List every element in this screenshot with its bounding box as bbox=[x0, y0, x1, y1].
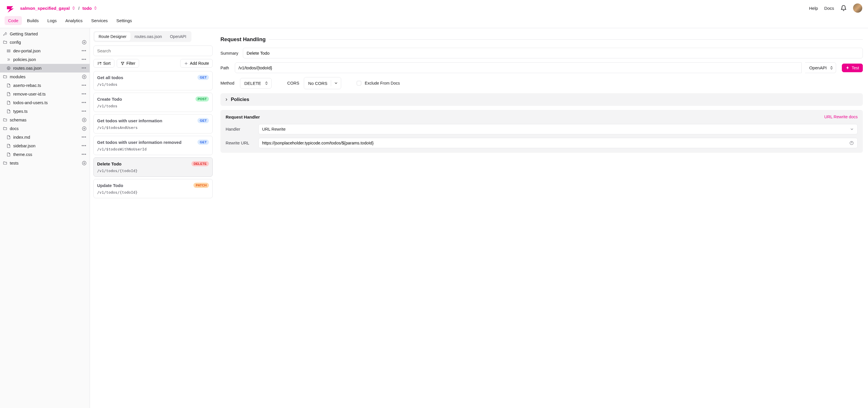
tab-analytics[interactable]: Analytics bbox=[62, 16, 86, 25]
more-icon[interactable]: ••• bbox=[82, 91, 87, 97]
more-icon[interactable]: ••• bbox=[82, 135, 87, 140]
sidebar-item-label: dev-portal.json bbox=[13, 49, 79, 53]
route-path: /v1/todos bbox=[97, 82, 209, 87]
handler-value: URL Rewrite bbox=[262, 127, 850, 132]
sidebar-item[interactable]: schemas bbox=[0, 116, 90, 124]
sidebar-item[interactable]: config bbox=[0, 38, 90, 47]
topbar-right: Help Docs bbox=[809, 3, 862, 13]
breadcrumb-environment[interactable]: todo bbox=[83, 6, 97, 11]
sidebar-item[interactable]: index.md••• bbox=[0, 133, 90, 142]
sidebar-item[interactable]: routes.oas.json••• bbox=[0, 64, 90, 72]
route-title: Get todos with user information bbox=[97, 118, 162, 123]
sidebar-item[interactable]: docs bbox=[0, 124, 90, 133]
chevron-updown-icon bbox=[71, 6, 75, 10]
plus-circle-icon[interactable] bbox=[82, 161, 87, 166]
editor-tab[interactable]: OpenAPI bbox=[166, 32, 190, 41]
method-row: Method DELETE CORS No CORS Exclude From … bbox=[220, 77, 863, 89]
folder-icon bbox=[3, 161, 7, 166]
route-card[interactable]: Update TodoPATCH/v1/todos/{todoId} bbox=[93, 179, 213, 198]
rocket-icon bbox=[3, 32, 7, 36]
more-icon[interactable]: ••• bbox=[82, 57, 87, 62]
file-icon bbox=[6, 83, 11, 88]
route-card[interactable]: Delete TodoDELETE/v1/todos/{todoId} bbox=[93, 157, 213, 177]
route-card[interactable]: Create TodoPOST/v1/todos bbox=[93, 93, 213, 112]
bell-icon[interactable] bbox=[840, 5, 847, 11]
more-icon[interactable]: ••• bbox=[82, 152, 87, 157]
plus-circle-icon[interactable] bbox=[82, 74, 87, 80]
tab-services[interactable]: Services bbox=[88, 16, 111, 25]
policies-accordion[interactable]: Policies bbox=[220, 93, 863, 106]
avatar[interactable] bbox=[853, 3, 862, 13]
getting-started[interactable]: Getting Started bbox=[0, 30, 90, 38]
tab-builds[interactable]: Builds bbox=[24, 16, 42, 25]
editor-tab[interactable]: Route Designer bbox=[95, 32, 130, 41]
docs-link[interactable]: Docs bbox=[824, 6, 834, 11]
search-input[interactable] bbox=[93, 46, 213, 56]
handler-select[interactable]: URL Rewrite bbox=[258, 124, 858, 134]
more-icon[interactable]: ••• bbox=[82, 83, 87, 88]
test-button[interactable]: Test bbox=[842, 64, 863, 72]
rewrite-url-input[interactable] bbox=[262, 141, 849, 145]
sidebar-item-label: tests bbox=[10, 161, 79, 166]
sidebar-item[interactable]: sidebar.json••• bbox=[0, 142, 90, 150]
route-list-panel: Route Designerroutes.oas.jsonOpenAPI Sor… bbox=[90, 28, 215, 408]
help-link[interactable]: Help bbox=[809, 6, 818, 11]
route-card[interactable]: Get all todosGET/v1/todos bbox=[93, 71, 213, 90]
tab-code[interactable]: Code bbox=[5, 16, 22, 25]
sidebar-item-label: schemas bbox=[10, 118, 79, 122]
sort-button[interactable]: Sort bbox=[93, 59, 114, 68]
primary-nav: CodeBuildsLogsAnalyticsServicesSettings bbox=[0, 16, 868, 28]
path-label: Path bbox=[220, 66, 231, 70]
sidebar-item[interactable]: policies.json••• bbox=[0, 55, 90, 64]
summary-input[interactable] bbox=[243, 48, 863, 58]
routes-icon bbox=[6, 66, 11, 70]
more-icon[interactable]: ••• bbox=[82, 100, 87, 105]
more-icon[interactable]: ••• bbox=[82, 143, 87, 148]
method-select[interactable]: DELETE bbox=[240, 78, 272, 89]
sidebar-item[interactable]: types.ts••• bbox=[0, 107, 90, 116]
cors-label: CORS bbox=[287, 81, 300, 85]
sidebar-item[interactable]: todos-and-users.ts••• bbox=[0, 98, 90, 107]
sidebar-item[interactable]: tests bbox=[0, 159, 90, 168]
sidebar-item-label: types.ts bbox=[13, 109, 79, 114]
filter-button[interactable]: Filter bbox=[117, 59, 139, 68]
sidebar-item[interactable]: dev-portal.json••• bbox=[0, 47, 90, 55]
add-route-button[interactable]: Add Route bbox=[180, 59, 213, 68]
method-badge: GET bbox=[197, 118, 209, 123]
sidebar-item[interactable]: modules bbox=[0, 72, 90, 81]
logo[interactable] bbox=[6, 3, 15, 13]
openapi-toggle[interactable]: OpenAPI bbox=[805, 62, 836, 73]
help-icon[interactable] bbox=[849, 141, 854, 145]
plus-circle-icon[interactable] bbox=[82, 40, 87, 45]
breadcrumb-project[interactable]: salmon_specified_gayal bbox=[20, 6, 75, 11]
route-path: /v1/todos/{todoId} bbox=[97, 190, 209, 195]
tab-logs[interactable]: Logs bbox=[44, 16, 60, 25]
chevron-down-icon bbox=[850, 127, 854, 131]
sidebar-item-label: theme.css bbox=[13, 152, 79, 157]
file-icon bbox=[6, 109, 11, 114]
route-path: /v1/$todosWithNoUserId bbox=[97, 147, 209, 151]
cors-select[interactable]: No CORS bbox=[304, 77, 341, 89]
more-icon[interactable]: ••• bbox=[82, 66, 87, 71]
route-card[interactable]: Get todos with user informationGET/v1/$t… bbox=[93, 114, 213, 134]
handler-docs-link[interactable]: URL Rewrite docs bbox=[824, 115, 858, 119]
sidebar-item[interactable]: aserto-rebac.ts••• bbox=[0, 81, 90, 90]
sidebar-item[interactable]: remove-user-id.ts••• bbox=[0, 90, 90, 98]
path-input[interactable] bbox=[235, 62, 802, 73]
editor-tab[interactable]: routes.oas.json bbox=[130, 32, 166, 41]
method-label: Method bbox=[220, 81, 237, 85]
folder-icon bbox=[3, 40, 7, 45]
exclude-checkbox[interactable] bbox=[357, 81, 361, 85]
more-icon[interactable]: ••• bbox=[82, 48, 87, 54]
cors-value: No CORS bbox=[308, 81, 328, 86]
plus-circle-icon[interactable] bbox=[82, 117, 87, 123]
file-icon bbox=[6, 100, 11, 105]
route-card[interactable]: Get todos with user information removedG… bbox=[93, 136, 213, 155]
sidebar-item[interactable]: theme.css••• bbox=[0, 150, 90, 159]
plus-icon bbox=[184, 61, 188, 66]
handler-panel: Request Handler URL Rewrite docs Handler… bbox=[220, 110, 863, 153]
tab-settings[interactable]: Settings bbox=[113, 16, 135, 25]
plus-circle-icon[interactable] bbox=[82, 126, 87, 131]
more-icon[interactable]: ••• bbox=[82, 109, 87, 114]
path-row: Path OpenAPI Test bbox=[220, 62, 863, 73]
